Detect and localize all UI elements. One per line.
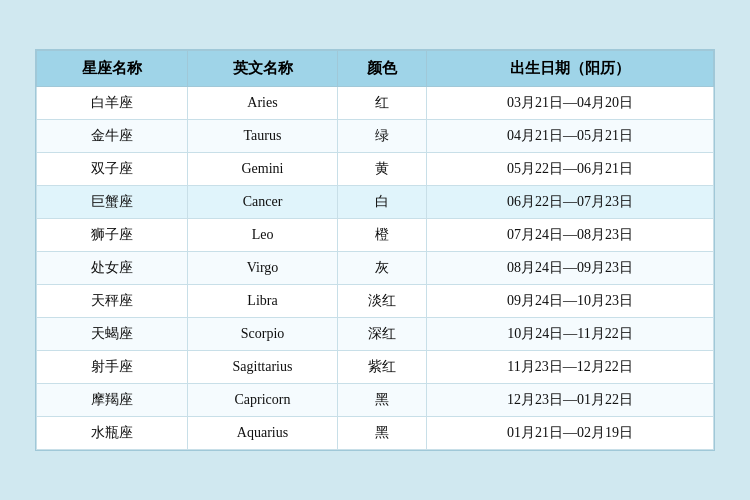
cell-date: 01月21日—02月19日 [427, 417, 714, 450]
zodiac-table: 星座名称 英文名称 颜色 出生日期（阳历） 白羊座Aries红03月21日—04… [36, 50, 714, 450]
cell-date: 10月24日—11月22日 [427, 318, 714, 351]
cell-chinese-name: 摩羯座 [37, 384, 188, 417]
cell-color: 橙 [338, 219, 427, 252]
cell-date: 06月22日—07月23日 [427, 186, 714, 219]
cell-chinese-name: 水瓶座 [37, 417, 188, 450]
cell-color: 白 [338, 186, 427, 219]
cell-english-name: Sagittarius [187, 351, 338, 384]
cell-chinese-name: 狮子座 [37, 219, 188, 252]
table-row: 水瓶座Aquarius黑01月21日—02月19日 [37, 417, 714, 450]
cell-english-name: Aries [187, 87, 338, 120]
table-row: 狮子座Leo橙07月24日—08月23日 [37, 219, 714, 252]
cell-english-name: Leo [187, 219, 338, 252]
table-row: 白羊座Aries红03月21日—04月20日 [37, 87, 714, 120]
cell-chinese-name: 天秤座 [37, 285, 188, 318]
cell-chinese-name: 射手座 [37, 351, 188, 384]
header-chinese-name: 星座名称 [37, 51, 188, 87]
cell-color: 黄 [338, 153, 427, 186]
header-english-name: 英文名称 [187, 51, 338, 87]
cell-color: 灰 [338, 252, 427, 285]
cell-color: 绿 [338, 120, 427, 153]
cell-date: 05月22日—06月21日 [427, 153, 714, 186]
table-row: 双子座Gemini黄05月22日—06月21日 [37, 153, 714, 186]
cell-color: 黑 [338, 417, 427, 450]
table-row: 天秤座Libra淡红09月24日—10月23日 [37, 285, 714, 318]
cell-date: 12月23日—01月22日 [427, 384, 714, 417]
cell-chinese-name: 白羊座 [37, 87, 188, 120]
cell-english-name: Taurus [187, 120, 338, 153]
cell-date: 11月23日—12月22日 [427, 351, 714, 384]
cell-date: 09月24日—10月23日 [427, 285, 714, 318]
cell-color: 深红 [338, 318, 427, 351]
cell-english-name: Cancer [187, 186, 338, 219]
cell-color: 紫红 [338, 351, 427, 384]
zodiac-table-wrapper: 星座名称 英文名称 颜色 出生日期（阳历） 白羊座Aries红03月21日—04… [35, 49, 715, 451]
cell-color: 淡红 [338, 285, 427, 318]
cell-chinese-name: 处女座 [37, 252, 188, 285]
table-header-row: 星座名称 英文名称 颜色 出生日期（阳历） [37, 51, 714, 87]
cell-english-name: Scorpio [187, 318, 338, 351]
cell-english-name: Gemini [187, 153, 338, 186]
cell-date: 04月21日—05月21日 [427, 120, 714, 153]
table-row: 金牛座Taurus绿04月21日—05月21日 [37, 120, 714, 153]
cell-date: 08月24日—09月23日 [427, 252, 714, 285]
cell-chinese-name: 金牛座 [37, 120, 188, 153]
cell-english-name: Libra [187, 285, 338, 318]
table-row: 巨蟹座Cancer白06月22日—07月23日 [37, 186, 714, 219]
cell-date: 07月24日—08月23日 [427, 219, 714, 252]
cell-chinese-name: 双子座 [37, 153, 188, 186]
table-row: 射手座Sagittarius紫红11月23日—12月22日 [37, 351, 714, 384]
header-color: 颜色 [338, 51, 427, 87]
cell-english-name: Virgo [187, 252, 338, 285]
cell-chinese-name: 天蝎座 [37, 318, 188, 351]
table-row: 天蝎座Scorpio深红10月24日—11月22日 [37, 318, 714, 351]
table-row: 摩羯座Capricorn黑12月23日—01月22日 [37, 384, 714, 417]
cell-color: 红 [338, 87, 427, 120]
table-row: 处女座Virgo灰08月24日—09月23日 [37, 252, 714, 285]
cell-chinese-name: 巨蟹座 [37, 186, 188, 219]
cell-color: 黑 [338, 384, 427, 417]
cell-english-name: Capricorn [187, 384, 338, 417]
cell-date: 03月21日—04月20日 [427, 87, 714, 120]
header-date: 出生日期（阳历） [427, 51, 714, 87]
cell-english-name: Aquarius [187, 417, 338, 450]
table-body: 白羊座Aries红03月21日—04月20日金牛座Taurus绿04月21日—0… [37, 87, 714, 450]
